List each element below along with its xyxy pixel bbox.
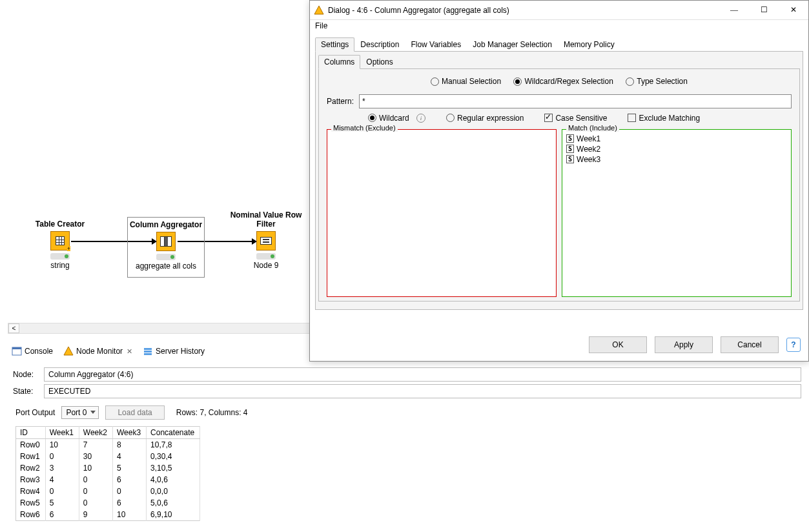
match-listbox[interactable]: Match (Include) SWeek1SWeek2SWeek3 (562, 129, 792, 297)
radio-manual-selection[interactable]: Manual Selection (431, 77, 501, 86)
table-cell: 4 (45, 474, 79, 486)
ok-button[interactable]: OK (589, 336, 647, 353)
tab-server-history[interactable]: Server History (139, 345, 209, 358)
cancel-button[interactable]: Cancel (721, 336, 779, 353)
string-type-icon: S (566, 134, 574, 143)
history-icon (143, 346, 153, 356)
table-row[interactable]: Row40000,0,0 (16, 486, 200, 497)
tab-flow-variables[interactable]: Flow Variables (405, 37, 467, 52)
tab-console[interactable]: Console (8, 345, 57, 358)
table-cell: 10 (45, 439, 79, 451)
table-cell: 3,10,5 (147, 462, 200, 474)
svg-rect-5 (144, 353, 152, 355)
pattern-label: Pattern: (327, 97, 354, 106)
table-cell: 5 (112, 462, 146, 474)
tab-description[interactable]: Description (354, 37, 405, 52)
titlebar[interactable]: Dialog - 4:6 - Column Aggregator (aggreg… (310, 1, 808, 20)
menu-file[interactable]: File (315, 21, 327, 30)
table-header[interactable]: Week2 (79, 427, 112, 439)
table-cell: Row2 (16, 462, 46, 474)
node-icon (156, 232, 176, 251)
checkbox-case-sensitive[interactable]: Case Sensitive (544, 114, 607, 123)
svg-rect-3 (144, 348, 152, 350)
svg-rect-1 (12, 347, 21, 349)
node-label: Node 9 (227, 261, 305, 270)
table-cell: 6,9,10 (147, 509, 200, 521)
radio-type-selection[interactable]: Type Selection (626, 77, 688, 86)
list-item[interactable]: SWeek1 (565, 134, 788, 144)
state-value-field[interactable]: EXECUTED (44, 384, 801, 398)
node-status-green (256, 253, 276, 260)
table-row[interactable]: Row669106,9,10 (16, 509, 200, 521)
info-icon[interactable]: i (416, 114, 425, 123)
table-header[interactable]: Week1 (45, 427, 79, 439)
console-icon (12, 346, 22, 356)
table-cell: 5 (45, 497, 79, 509)
table-cell: 9 (79, 509, 112, 521)
table-cell: 5,0,6 (147, 497, 200, 509)
table-header[interactable]: Concatenate (147, 427, 200, 439)
table-cell: 6 (45, 509, 79, 521)
radio-regex[interactable]: Regular expression (446, 114, 524, 123)
table-cell: Row0 (16, 439, 46, 451)
checkbox-exclude-matching[interactable]: Exclude Matching (628, 114, 700, 123)
list-item[interactable]: SWeek3 (565, 154, 788, 165)
node-status-green (50, 253, 70, 260)
table-cell: Row6 (16, 509, 46, 521)
node-nominal-value-row-filter[interactable]: Nominal Value Row Filter Node 9 (227, 210, 305, 270)
table-cell: 0 (79, 474, 112, 486)
tab-node-monitor[interactable]: Node Monitor ✕ (59, 345, 136, 358)
table-cell: 6 (112, 474, 146, 486)
tab-settings[interactable]: Settings (315, 37, 354, 52)
plus-icon: + (67, 246, 70, 251)
output-table[interactable]: IDWeek1Week2Week3Concatenate Row0107810,… (15, 426, 200, 521)
table-header[interactable]: Week3 (112, 427, 146, 439)
node-value-field[interactable]: Column Aggregator (4:6) (44, 367, 801, 382)
node-icon (256, 231, 276, 251)
table-cell: 0 (45, 451, 79, 462)
node-info-row: Node: Column Aggregator (4:6) (13, 367, 801, 382)
port-summary: Rows: 7, Columns: 4 (176, 408, 248, 417)
table-cell: 4 (112, 451, 146, 462)
radio-wildcard[interactable]: Wildcard i (368, 114, 425, 123)
mismatch-listbox[interactable]: Mismatch (Exclude) (327, 129, 557, 297)
maximize-button[interactable]: ☐ (749, 1, 779, 20)
node-title: Nominal Value Row Filter (227, 210, 305, 229)
tab-job-manager[interactable]: Job Manager Selection (467, 37, 558, 52)
table-row[interactable]: Row34064,0,6 (16, 474, 200, 486)
node-table-creator[interactable]: Table Creator + string (21, 220, 99, 270)
node-column-aggregator[interactable]: Column Aggregator aggregate all cols (127, 217, 205, 278)
table-cell: 10 (79, 462, 112, 474)
help-button[interactable]: ? (786, 338, 801, 352)
dialog-window: Dialog - 4:6 - Column Aggregator (aggreg… (309, 0, 809, 362)
table-cell: 0 (79, 497, 112, 509)
table-row[interactable]: Row231053,10,5 (16, 462, 200, 474)
table-cell: 10,7,8 (147, 439, 200, 451)
table-cell: 10 (112, 509, 146, 521)
monitor-icon (63, 346, 74, 356)
tab-columns[interactable]: Columns (318, 55, 360, 69)
pattern-input[interactable] (359, 94, 792, 108)
table-header[interactable]: ID (16, 427, 46, 439)
radio-wildcard-selection[interactable]: Wildcard/Regex Selection (513, 77, 613, 86)
selection-mode-radios: Manual Selection Wildcard/Regex Selectio… (324, 77, 794, 88)
close-icon[interactable]: ✕ (127, 347, 132, 356)
minimize-button[interactable]: — (719, 1, 749, 20)
close-button[interactable]: ✕ (779, 1, 808, 20)
outer-tabstrip: Settings Description Flow Variables Job … (315, 37, 803, 52)
node-label: Node: (13, 370, 39, 379)
tab-memory-policy[interactable]: Memory Policy (558, 37, 620, 52)
table-row[interactable]: Row103040,30,4 (16, 451, 200, 462)
table-cell: 0 (79, 486, 112, 497)
table-cell: 7 (79, 439, 112, 451)
tab-options[interactable]: Options (360, 55, 398, 69)
apply-button[interactable]: Apply (655, 336, 713, 353)
state-info-row: State: EXECUTED (13, 384, 801, 399)
node-icon: + (50, 231, 70, 251)
list-item[interactable]: SWeek2 (565, 144, 788, 154)
table-row[interactable]: Row0107810,7,8 (16, 439, 200, 451)
port-select[interactable]: Port 0 (61, 406, 99, 419)
scroll-left-button[interactable]: < (8, 323, 19, 333)
table-row[interactable]: Row55065,0,6 (16, 497, 200, 509)
load-data-button[interactable]: Load data (105, 405, 164, 420)
